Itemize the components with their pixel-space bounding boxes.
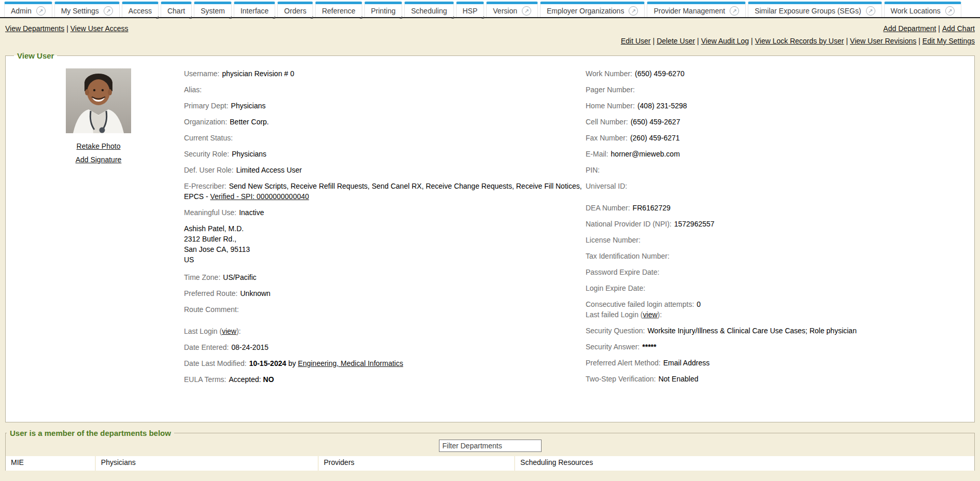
user-photo (66, 68, 131, 133)
tab-work-locations[interactable]: Work Locations↗ (884, 2, 961, 17)
field-username: Username:physician Revision # 0 (184, 68, 586, 79)
tab-scheduling[interactable]: Scheduling (404, 2, 453, 17)
tab-label: Work Locations (891, 7, 941, 15)
edit-user-link[interactable]: Edit User (621, 37, 651, 45)
tab-system[interactable]: System (194, 2, 232, 17)
view-user-revisions-link[interactable]: View User Revisions (850, 37, 916, 45)
tab-provider-management[interactable]: Provider Management↗ (647, 2, 746, 17)
user-action-link-bar: Edit User|Delete User|View Audit Log|Vie… (5, 33, 975, 45)
external-link-icon[interactable]: ↗ (36, 6, 46, 16)
tab-reference[interactable]: Reference (315, 2, 362, 17)
tab-label: My Settings (61, 7, 99, 15)
field-password-expire: Password Expire Date: (586, 267, 968, 277)
last-login-view-link[interactable]: view (222, 327, 236, 335)
link-separator: | (653, 37, 655, 45)
external-link-icon[interactable]: ↗ (104, 6, 113, 16)
department-cell: Physicians (96, 456, 319, 471)
field-preferred-route: Preferred Route:Unknown (184, 288, 586, 299)
top-link-bar: View Departments|View User Access Add De… (5, 18, 975, 33)
tab-access[interactable]: Access (122, 2, 159, 17)
field-dea-number: DEA Number:FR6162729 (586, 203, 968, 213)
tab-hsp[interactable]: HSP (456, 2, 485, 17)
modified-by-user-link[interactable]: Engineering, Medical Informatics (298, 359, 403, 367)
field-universal-id: Universal ID: (586, 181, 968, 191)
field-date-last-modified: Date Last Modified:10-15-2024 by Enginee… (184, 358, 586, 369)
photo-column: Retake Photo Add Signature (13, 68, 184, 390)
tab-label: Access (129, 7, 152, 15)
field-primary-dept: Primary Dept:Physicians (184, 101, 586, 111)
external-link-icon[interactable]: ↗ (866, 6, 875, 16)
department-cell: Providers (319, 456, 515, 471)
link-separator: | (918, 37, 920, 45)
left-links: View Departments|View User Access (5, 24, 129, 33)
field-meaningful-use: Meaningful Use:Inactive (184, 207, 586, 218)
view-user-section: View User (5, 51, 975, 422)
tab-label: Printing (371, 7, 395, 15)
add-chart-link[interactable]: Add Chart (942, 24, 975, 33)
tab-label: Version (493, 7, 517, 15)
tab-employer-organizations[interactable]: Employer Organizations↗ (540, 2, 645, 17)
view-audit-log-link[interactable]: View Audit Log (701, 37, 749, 45)
user-details-right: Work Number:(650) 459-6270 Pager Number:… (586, 68, 968, 390)
tab-printing[interactable]: Printing (364, 2, 402, 17)
tab-label: Reference (322, 7, 356, 15)
field-last-failed-login: Last failed Login (view): (586, 309, 968, 320)
field-def-user-role: Def. User Role:Limited Access User (184, 165, 586, 175)
edit-my-settings-link[interactable]: Edit My Settings (922, 37, 975, 45)
link-separator: | (66, 24, 68, 33)
departments-table: MIE Physicians Providers Scheduling Reso… (6, 456, 974, 471)
address-line: US (184, 254, 586, 265)
field-security-answer: Security Answer:***** (586, 342, 968, 352)
field-eula-terms: EULA Terms:Accepted: NO (184, 374, 586, 385)
external-link-icon[interactable]: ↗ (945, 6, 955, 16)
field-preferred-alert: Preferred Alert Method:Email Address (586, 358, 968, 368)
field-organization: Organization:Better Corp. (184, 117, 586, 127)
field-security-question: Security Question:Worksite Injury/Illnes… (586, 326, 968, 336)
retake-photo-link[interactable]: Retake Photo (77, 142, 121, 150)
page-content: View Departments|View User Access Add De… (0, 18, 980, 481)
tab-label: System (201, 7, 225, 15)
tab-chart[interactable]: Chart (161, 2, 192, 17)
tab-my-settings[interactable]: My Settings↗ (54, 2, 120, 17)
filter-departments-input[interactable] (439, 440, 542, 452)
add-signature-link[interactable]: Add Signature (76, 155, 122, 164)
tab-label: Scheduling (411, 7, 447, 15)
view-departments-link[interactable]: View Departments (5, 24, 64, 33)
field-npi: National Provider ID (NPI):1572962557 (586, 219, 968, 229)
tab-interface[interactable]: Interface (234, 2, 275, 17)
field-time-zone: Time Zone:US/Pacific (184, 272, 586, 282)
department-cell: Scheduling Resources (515, 456, 974, 471)
tab-admin[interactable]: Admin↗ (4, 2, 52, 17)
field-tax-id: Tax Identification Number: (586, 251, 968, 261)
user-address: Ashish Patel, M.D. 2312 Butler Rd., San … (184, 223, 586, 265)
field-alias: Alias: (184, 84, 586, 95)
field-current-status: Current Status: (184, 133, 586, 143)
tab-label: Provider Management (654, 7, 725, 15)
tab-version[interactable]: Version↗ (486, 2, 538, 17)
tab-orders[interactable]: Orders (277, 2, 313, 17)
tab-similar-exposure-groups[interactable]: Similar Exposure Groups (SEGs)↗ (748, 2, 882, 17)
field-work-number: Work Number:(650) 459-6270 (586, 68, 968, 79)
external-link-icon[interactable]: ↗ (522, 6, 531, 16)
view-user-access-link[interactable]: View User Access (70, 24, 129, 33)
link-separator: | (938, 24, 940, 33)
field-last-login: Last Login (view): (184, 326, 586, 336)
field-date-entered: Date Entered:08-24-2015 (184, 342, 586, 352)
view-lock-records-link[interactable]: View Lock Records by User (755, 37, 844, 45)
last-failed-login-view-link[interactable]: view (643, 310, 658, 319)
epcs-verified-spi-link[interactable]: Verified - SPI: 0000000000040 (210, 192, 309, 201)
field-two-step: Two-Step Verification:Not Enabled (586, 374, 968, 384)
field-failed-attempts: Consecutive failed login attempts:0 (586, 299, 968, 309)
external-link-icon[interactable]: ↗ (629, 6, 638, 16)
delete-user-link[interactable]: Delete User (657, 37, 695, 45)
tab-label: Orders (284, 7, 306, 15)
departments-legend: User is a member of the departments belo… (7, 429, 174, 437)
field-license-number: License Number: (586, 235, 968, 245)
external-link-icon[interactable]: ↗ (730, 6, 739, 16)
eula-accepted-value: NO (263, 375, 274, 384)
add-department-link[interactable]: Add Department (883, 24, 936, 33)
view-user-legend: View User (14, 51, 57, 60)
field-pager-number: Pager Number: (586, 84, 968, 95)
address-line: 2312 Butler Rd., (184, 234, 586, 244)
link-separator: | (697, 37, 699, 45)
